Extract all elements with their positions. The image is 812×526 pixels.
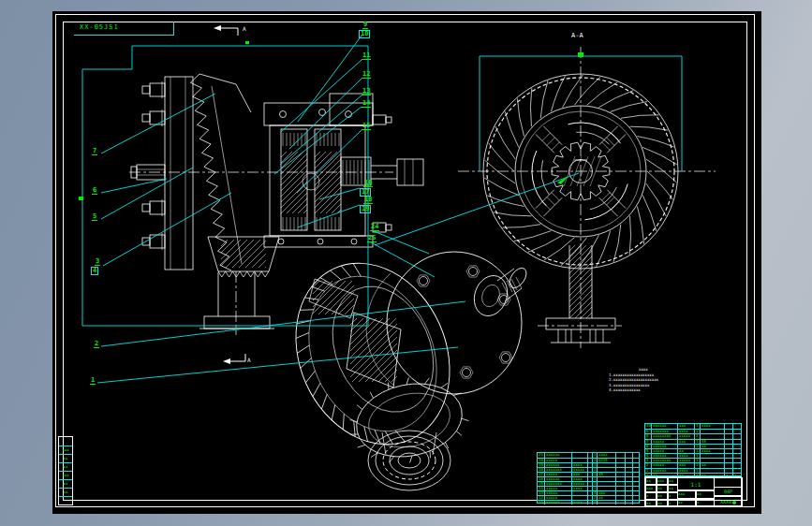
table-cell: xxx	[677, 424, 694, 429]
balloon-9[interactable]: 9	[362, 22, 368, 29]
table-cell: xxxx	[571, 477, 587, 481]
table-cell: xxx	[677, 463, 694, 467]
table-cell: xxxxx	[544, 491, 571, 495]
table-cell	[732, 469, 739, 473]
table-cell	[597, 501, 615, 504]
table-row: 12xxxxx2xx	[538, 495, 639, 500]
table-cell	[625, 453, 632, 458]
table-cell	[625, 477, 632, 481]
table-row: 14xxxxxxxxx1	[538, 486, 639, 490]
title-mid-cell: xx	[677, 499, 696, 507]
table-cell	[724, 424, 732, 429]
table-row: 3xxxxxxxxxxxxx1	[645, 458, 741, 462]
table-cell: xxxx	[677, 430, 694, 433]
table-cell: xxxxx	[571, 482, 587, 486]
table-cell: xxxxx	[544, 473, 571, 476]
balloon-19[interactable]: 19	[360, 205, 371, 213]
balloon-16[interactable]: 16	[363, 180, 373, 187]
table-cell: 45	[700, 440, 724, 444]
table-cell	[615, 491, 625, 495]
table-row: 10xxxxxxxxx1xxxx	[645, 424, 741, 429]
table-cell: 14	[538, 487, 544, 490]
table-cell: 16	[538, 477, 544, 481]
cad-viewport[interactable]: XX-05JS1 A-A A A 76534219101112131415161…	[0, 0, 812, 526]
table-cell	[625, 463, 632, 467]
title-mid-cell: xxx	[677, 490, 696, 499]
table-cell: xxxx	[700, 424, 724, 429]
table-cell: 20	[538, 459, 544, 462]
table-cell	[732, 440, 739, 444]
table-cell	[632, 473, 639, 476]
table-cell	[597, 487, 615, 490]
table-cell	[615, 473, 625, 476]
table-cell	[700, 469, 724, 473]
table-cell: xxxx	[597, 453, 615, 458]
balloon-13[interactable]: 13	[362, 88, 371, 95]
balloon-2[interactable]: 2	[94, 341, 99, 348]
table-cell: xxx	[597, 491, 615, 495]
section-cut-label-top: A	[243, 25, 246, 32]
table-cell	[615, 463, 625, 467]
title-block: xxxxxxxxxxxxxxxxxxxxxxx 1:1 xxxxxxxx 04P…	[644, 476, 742, 506]
table-cell	[732, 424, 739, 429]
balloon-15[interactable]: 15	[362, 123, 371, 130]
balloon-5[interactable]: 5	[92, 213, 97, 221]
balloon-25[interactable]: 25	[367, 235, 376, 242]
table-cell: xxxx	[677, 454, 694, 458]
table-cell: xxxxxx	[544, 501, 571, 504]
revision-cell: xxx	[59, 471, 72, 479]
table-row: 4xxxxxxxxxx1	[645, 453, 741, 458]
table-cell	[615, 496, 625, 500]
table-cell: xxxxxxx	[544, 468, 571, 472]
table-cell: xxxx	[677, 469, 694, 473]
table-cell: 18	[538, 468, 544, 472]
table-cell: xxxxxx	[651, 445, 677, 448]
balloon-7[interactable]: 7	[92, 148, 97, 155]
table-cell	[625, 482, 632, 486]
signature-cell: xxx	[657, 477, 668, 485]
table-cell	[571, 453, 587, 458]
balloon-12[interactable]: 12	[362, 71, 371, 79]
table-cell: 17	[538, 473, 544, 476]
balloon-10[interactable]: 10	[359, 30, 370, 38]
table-cell: xxxxxxx	[651, 430, 677, 433]
table-cell	[571, 459, 587, 462]
revision-cell	[59, 437, 72, 446]
table-cell	[732, 449, 739, 453]
table-cell: xx	[597, 496, 615, 500]
balloon-4[interactable]: 4	[91, 267, 98, 275]
balloon-24[interactable]: 24	[370, 224, 379, 231]
table-cell	[700, 454, 724, 458]
title-mid-cell: x	[696, 499, 715, 507]
table-cell	[632, 501, 639, 504]
table-cell: xxxxxxxx	[651, 459, 677, 462]
balloon-1[interactable]: 1	[90, 377, 96, 385]
table-cell: xxxxxx	[544, 453, 571, 458]
table-cell: 11	[538, 501, 544, 504]
table-cell: xxxxx	[651, 449, 677, 453]
signature-cell: xx	[657, 485, 668, 492]
balloon-18[interactable]: 18	[363, 197, 373, 204]
balloon-6[interactable]: 6	[92, 187, 97, 195]
balloon-14[interactable]: 14	[362, 100, 371, 108]
table-cell	[632, 453, 639, 458]
balloon-11[interactable]: 11	[362, 52, 371, 60]
table-cell: xxxxxxx	[544, 482, 571, 486]
table-cell	[632, 487, 639, 490]
table-cell	[615, 487, 625, 490]
table-cell: xxxxxx	[651, 454, 677, 458]
table-cell	[625, 496, 632, 500]
balloon-3[interactable]: 3	[95, 258, 100, 266]
table-row: 5xxxxxxx1xxxx	[645, 448, 741, 453]
table-row: 15xxxxxxxxxxxx1	[538, 481, 639, 486]
table-cell	[700, 430, 724, 433]
table-cell	[732, 434, 739, 438]
table-cell: 21	[538, 453, 544, 458]
table-cell: 13	[538, 491, 544, 495]
table-cell	[615, 482, 625, 486]
table-cell	[677, 445, 694, 448]
table-cell: xx	[700, 445, 724, 448]
bom-table-right: 10xxxxxxxxx1xxxx9xxxxxxxxxxx18xxxxxxxxxx…	[644, 423, 742, 476]
table-cell: xxxxx	[677, 434, 694, 438]
table-cell	[724, 430, 732, 433]
